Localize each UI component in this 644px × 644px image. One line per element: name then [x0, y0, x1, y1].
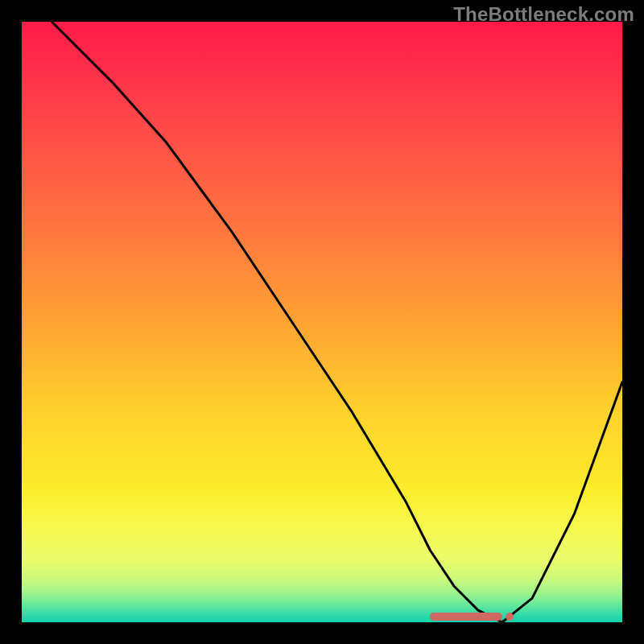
curve-path: [52, 22, 622, 622]
chart-stage: TheBottleneck.com: [0, 0, 644, 644]
minimum-marker-dot: [506, 613, 514, 621]
bottleneck-curve: [22, 22, 622, 622]
plot-area: [22, 22, 622, 622]
minimum-marker: [430, 613, 502, 621]
